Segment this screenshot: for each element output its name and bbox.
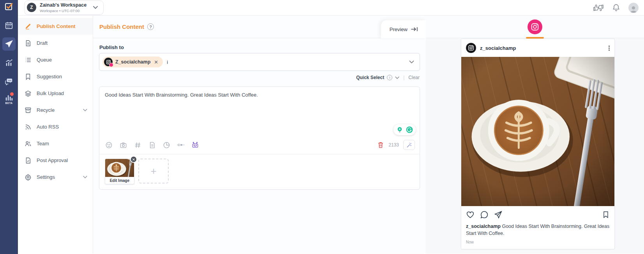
ai-robot-icon[interactable]	[191, 141, 199, 149]
sidebar-item-label: Recycle	[37, 107, 55, 113]
attachments-section: ✕ Edit Image +	[99, 154, 420, 189]
rail-publish-icon[interactable]	[2, 37, 16, 51]
quick-select-button[interactable]: Quick Select	[356, 75, 384, 80]
sidebar-item-label: Queue	[37, 57, 52, 63]
sidebar-item-recycle[interactable]: Recycle	[18, 102, 93, 118]
file-icon[interactable]	[148, 141, 156, 149]
magic-wand-button[interactable]	[403, 140, 415, 150]
chevron-down-icon[interactable]	[83, 176, 87, 178]
chevron-down-icon[interactable]	[83, 109, 87, 111]
gear-icon	[25, 174, 32, 181]
sidebar-item-auto-rss[interactable]: Auto RSS	[18, 118, 93, 135]
instagram-account-avatar	[104, 58, 113, 66]
sidebar-item-post-approval[interactable]: Post Approval	[18, 152, 93, 169]
workspace-meta: Workspace • UTC-07:00	[40, 9, 86, 13]
file-check-icon	[25, 157, 32, 164]
beta-badge: BETA	[5, 102, 13, 104]
post-timestamp: Now	[461, 238, 614, 249]
comment-icon	[480, 210, 489, 219]
suggestion-bulb-icon[interactable]	[395, 125, 404, 134]
caption-textarea[interactable]: Good Ideas Start With Brainstorming. Gre…	[99, 87, 420, 138]
post-header: z_socialchamp	[461, 39, 614, 57]
sidebar-item-bulk-upload[interactable]: Bulk Upload	[18, 85, 93, 102]
preview-toggle-label: Preview	[390, 26, 408, 32]
bookmark-icon	[25, 73, 32, 80]
caption-text: Good Ideas Start With Brainstorming. Gre…	[105, 92, 258, 98]
sidebar-item-settings[interactable]: Settings	[18, 169, 93, 185]
help-icon[interactable]: ?	[147, 23, 154, 30]
arrow-to-bar-icon	[411, 26, 418, 32]
kebab-menu-icon	[609, 46, 610, 51]
workspace-selector[interactable]: Z Zainab's Workspace Workspace • UTC-07:…	[24, 0, 104, 15]
account-chip-name: Z_socialchamp	[115, 59, 150, 65]
post-caption: z_socialchamp Good Ideas Start With Brai…	[461, 221, 614, 238]
sidebar-item-draft[interactable]: Draft	[18, 35, 93, 51]
sidebar-item-publish-content[interactable]: Publish Content	[18, 18, 93, 35]
feedback-thumbs-icon[interactable]	[593, 4, 604, 11]
user-avatar[interactable]	[628, 3, 639, 13]
divider: |	[403, 75, 404, 80]
preview-network-tabs	[426, 16, 644, 38]
sidebar-item-suggestion[interactable]: Suggestion	[18, 68, 93, 85]
post-caption-username: z_socialchamp	[466, 224, 501, 229]
rail-engage-icon[interactable]	[2, 75, 16, 88]
clear-button[interactable]: Clear	[408, 75, 420, 80]
preview-toggle-button[interactable]: Preview	[381, 20, 426, 38]
chevron-down-icon[interactable]	[409, 60, 414, 64]
account-select-field[interactable]: Z_socialchamp ✕ i	[99, 53, 420, 71]
hashtag-icon[interactable]	[134, 141, 141, 149]
grammarly-widget	[393, 124, 416, 135]
beta-notification-dot	[10, 92, 14, 96]
chevron-down-icon[interactable]	[395, 76, 399, 79]
workspace-name: Zainab's Workspace	[40, 2, 86, 9]
pie-chart-icon[interactable]	[162, 141, 170, 149]
delete-trash-icon[interactable]	[377, 141, 384, 148]
attached-image-card: ✕ Edit Image	[105, 159, 134, 184]
chevron-down-icon	[93, 6, 98, 9]
pencil-icon	[25, 23, 32, 30]
quick-select-row: Quick Select i | Clear	[99, 75, 420, 80]
sidebar-item-label: Publish Content	[37, 23, 76, 29]
sidebar: Publish Content Draft Queue Suggestion B…	[18, 16, 93, 254]
emoji-icon[interactable]	[105, 141, 113, 149]
camera-icon[interactable]	[119, 141, 127, 149]
plug-integration-icon[interactable]	[177, 141, 185, 149]
bookmark-icon	[602, 210, 610, 219]
instagram-post-preview: z_socialchamp z_socialchamp Good	[461, 39, 615, 249]
main-header: Publish Content ? Preview	[93, 16, 426, 38]
rail-analytics-icon[interactable]	[2, 56, 16, 69]
post-actions-row	[461, 206, 614, 221]
sidebar-item-queue[interactable]: Queue	[18, 51, 93, 68]
post-username: z_socialchamp	[480, 45, 516, 51]
post-preview-panel: z_socialchamp z_socialchamp Good	[426, 16, 644, 254]
publish-to-label: Publish to	[99, 44, 420, 50]
composer-card: Good Ideas Start With Brainstorming. Gre…	[99, 86, 420, 190]
sidebar-item-label: Draft	[37, 40, 48, 46]
users-icon	[25, 140, 32, 147]
layers-icon	[25, 90, 32, 97]
account-chip: Z_socialchamp ✕	[102, 56, 163, 67]
grammarly-icon[interactable]	[405, 125, 414, 134]
info-icon[interactable]: i	[387, 75, 392, 80]
sidebar-item-label: Post Approval	[37, 157, 68, 163]
notifications-bell-icon[interactable]	[612, 4, 620, 12]
plus-icon: +	[150, 165, 156, 177]
remove-account-icon[interactable]: ✕	[153, 59, 159, 65]
document-icon	[25, 40, 32, 47]
instagram-tab[interactable]	[528, 19, 542, 34]
page-title: Publish Content	[99, 23, 144, 30]
share-plane-icon	[494, 210, 503, 219]
sidebar-item-team[interactable]: Team	[18, 135, 93, 152]
rail-analytics-beta-icon[interactable]: BETA	[5, 93, 13, 104]
edit-image-button[interactable]: Edit Image	[105, 177, 134, 184]
list-icon	[25, 56, 32, 64]
remove-image-icon[interactable]: ✕	[130, 156, 137, 163]
like-heart-icon	[466, 210, 475, 219]
instagram-badge-icon	[109, 63, 113, 67]
sidebar-item-label: Bulk Upload	[37, 90, 64, 96]
rail-calendar-icon[interactable]	[2, 19, 16, 32]
add-media-button[interactable]: +	[138, 159, 169, 183]
attached-image-thumbnail	[105, 159, 134, 177]
app-logo-compose-icon[interactable]	[2, 0, 16, 13]
app-root: BETA Z Zainab's Workspace Workspace • UT…	[0, 0, 644, 254]
